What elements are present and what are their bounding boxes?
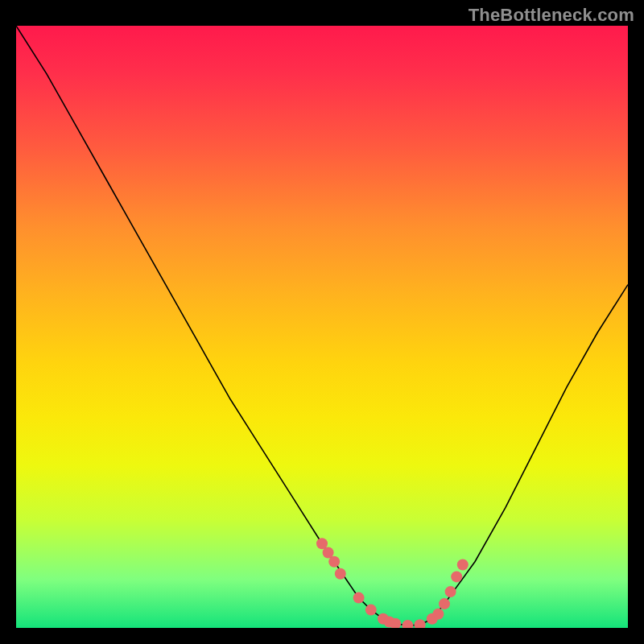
highlight-dot xyxy=(402,620,413,628)
plot-area xyxy=(16,26,628,628)
highlight-dot xyxy=(451,571,462,582)
highlight-dot xyxy=(415,619,426,628)
highlight-dot xyxy=(445,586,456,597)
chart-frame: TheBottleneck.com xyxy=(0,0,644,644)
highlight-dot xyxy=(457,559,469,571)
attribution-text: TheBottleneck.com xyxy=(469,5,634,26)
highlight-dot xyxy=(328,556,340,568)
highlight-dot xyxy=(365,605,377,616)
highlight-dot xyxy=(335,568,346,580)
highlight-dot xyxy=(439,598,450,609)
highlight-dot xyxy=(353,592,365,604)
curve-svg xyxy=(16,26,628,628)
highlight-dots-group xyxy=(316,538,469,628)
bottleneck-curve xyxy=(16,26,628,625)
highlight-dot xyxy=(432,609,444,620)
